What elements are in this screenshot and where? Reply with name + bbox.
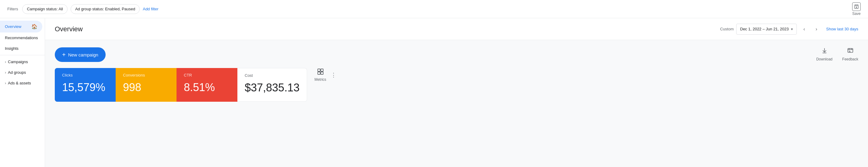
cost-value: $37,835.13	[245, 81, 300, 94]
add-filter-button[interactable]: Add filter	[143, 7, 158, 11]
conversions-label: Conversions	[123, 73, 169, 77]
page-content: Overview Custom Dec 1, 2022 – Jun 21, 20…	[45, 18, 868, 167]
sidebar-item-ad-groups[interactable]: › Ad groups	[0, 67, 45, 78]
feedback-icon	[847, 47, 854, 56]
cost-label: Cost	[245, 73, 300, 78]
home-icon: 🏠	[31, 24, 37, 30]
sidebar-item-campaigns[interactable]: › Campaigns	[0, 56, 45, 67]
ads-assets-chevron-icon: ›	[5, 81, 6, 85]
save-label: Save	[852, 11, 860, 16]
conversions-value: 998	[123, 81, 169, 94]
svg-rect-2	[318, 69, 320, 71]
toolbar-right: Download Feedback	[816, 47, 858, 61]
conversions-metric-card: Conversions 998	[116, 68, 177, 102]
page-title: Overview	[55, 25, 720, 33]
date-prev-button[interactable]: ‹	[799, 24, 809, 34]
campaign-status-chip[interactable]: Campaign status: All	[22, 4, 68, 14]
cost-metric-card: Cost $37,835.13	[238, 68, 307, 102]
insights-label: Insights	[5, 46, 19, 51]
metrics-section: Clicks 15,579% Conversions 998 CTR 8.51%	[55, 68, 858, 102]
sidebar-item-overview[interactable]: Overview 🏠	[0, 20, 42, 33]
filter-bar: Filters Campaign status: All Ad group st…	[0, 0, 868, 18]
new-campaign-button[interactable]: + New campaign	[55, 47, 105, 62]
metrics-icon	[317, 68, 324, 76]
recommendations-label: Recommendations	[5, 36, 38, 40]
campaigns-chevron-icon: ›	[5, 60, 6, 64]
sidebar: Overview 🏠 Recommendations Insights › Ca…	[0, 18, 45, 167]
overview-label: Overview	[5, 24, 21, 29]
filters-label: Filters	[7, 7, 18, 11]
page-header: Overview Custom Dec 1, 2022 – Jun 21, 20…	[45, 18, 868, 40]
content-body: + New campaign Download	[45, 40, 868, 109]
main-area: Overview 🏠 Recommendations Insights › Ca…	[0, 18, 868, 167]
ctr-label: CTR	[184, 73, 230, 77]
clicks-label: Clicks	[62, 73, 108, 77]
svg-rect-3	[321, 69, 323, 71]
svg-rect-5	[321, 72, 323, 74]
campaigns-label: Campaigns	[8, 59, 28, 64]
sidebar-item-recommendations[interactable]: Recommendations	[0, 33, 42, 43]
more-options-button[interactable]: ⋮	[329, 70, 338, 80]
custom-label: Custom	[720, 27, 734, 31]
ad-group-status-chip[interactable]: Ad group status: Enabled, Paused	[71, 4, 140, 14]
date-next-button[interactable]: ›	[811, 24, 821, 34]
save-icon	[852, 2, 861, 11]
metrics-btn-area: Metrics ⋮	[314, 68, 338, 102]
download-label: Download	[816, 57, 832, 61]
date-picker[interactable]: Dec 1, 2022 – Jun 21, 2023 ▾	[736, 24, 797, 35]
ad-groups-label: Ad groups	[8, 70, 26, 75]
feedback-button[interactable]: Feedback	[842, 47, 858, 61]
ctr-value: 8.51%	[184, 81, 230, 94]
download-icon	[821, 47, 828, 56]
feedback-label: Feedback	[842, 57, 858, 61]
svg-rect-4	[318, 72, 320, 74]
metrics-label: Metrics	[314, 77, 326, 82]
clicks-metric-card: Clicks 15,579%	[55, 68, 116, 102]
action-row: + New campaign Download	[55, 47, 858, 62]
save-button[interactable]: Save	[852, 2, 861, 16]
clicks-value: 15,579%	[62, 81, 108, 94]
new-campaign-label: New campaign	[68, 52, 98, 57]
ads-assets-label: Ads & assets	[8, 81, 31, 85]
ad-groups-chevron-icon: ›	[5, 71, 6, 75]
date-controls: Custom Dec 1, 2022 – Jun 21, 2023 ▾ ‹ › …	[720, 24, 858, 35]
sidebar-item-ads-assets[interactable]: › Ads & assets	[0, 78, 45, 88]
ctr-metric-card: CTR 8.51%	[177, 68, 238, 102]
plus-icon: +	[62, 51, 66, 58]
metrics-cards: Clicks 15,579% Conversions 998 CTR 8.51%	[55, 68, 307, 102]
metrics-actions: Metrics ⋮	[314, 68, 338, 82]
date-range-text: Dec 1, 2022 – Jun 21, 2023	[740, 27, 789, 31]
download-button[interactable]: Download	[816, 47, 832, 61]
metrics-button[interactable]: Metrics	[314, 68, 326, 82]
show-last-30-days-button[interactable]: Show last 30 days	[826, 27, 858, 31]
date-dropdown-icon: ▾	[791, 27, 793, 31]
sidebar-item-insights[interactable]: Insights	[0, 43, 42, 54]
